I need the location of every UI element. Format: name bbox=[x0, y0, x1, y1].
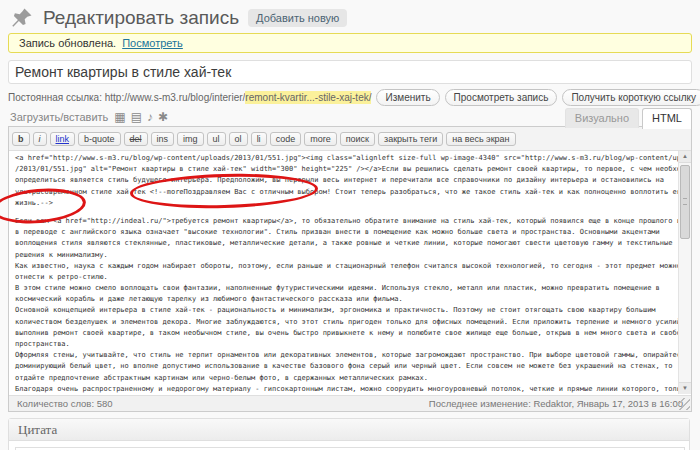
view-post-link[interactable]: Посмотреть bbox=[122, 37, 183, 49]
quicktags-toolbar: bilinkb-quotedelinsimgulollicodemoreпоис… bbox=[9, 127, 691, 151]
editor-line: Как известно, наука с каждым годом набир… bbox=[15, 262, 674, 273]
qt-button-link[interactable]: link bbox=[50, 132, 76, 146]
qt-button-ol[interactable]: ol bbox=[229, 132, 248, 146]
qt-button-li[interactable]: li bbox=[251, 132, 267, 146]
permalink-row: Постоянная ссылка: http://www.s-m3.ru/bl… bbox=[8, 89, 700, 106]
qt-button-b-quote[interactable]: b-quote bbox=[78, 132, 121, 146]
tab-visual[interactable]: Визуально bbox=[565, 108, 639, 128]
word-count-label: Количество слов: bbox=[17, 398, 94, 409]
post-title-input[interactable] bbox=[8, 60, 692, 84]
page-header: Редактировать запись Добавить новую bbox=[10, 6, 347, 30]
excerpt-title[interactable]: Цитата bbox=[9, 419, 689, 441]
resize-grip-icon[interactable] bbox=[678, 398, 690, 410]
get-shortlink-button[interactable]: Получить короткую ссылку bbox=[562, 89, 700, 106]
page-title: Редактировать запись bbox=[43, 7, 239, 29]
preview-post-button[interactable]: Просмотреть запись bbox=[445, 89, 558, 106]
editor-line: ультрасовременном стиле хай-тек <!--more… bbox=[15, 188, 674, 199]
permalink-label: Постоянная ссылка: bbox=[8, 92, 102, 103]
editor-line: отдайте предпочтение абстрактным картина… bbox=[15, 374, 674, 385]
editor-line: отнести к ретро-стилю. bbox=[15, 273, 674, 284]
scroll-up-icon[interactable]: ▲ bbox=[679, 151, 691, 163]
editor-line: пространства. bbox=[15, 340, 674, 351]
qt-button-ul[interactable]: ul bbox=[207, 132, 226, 146]
update-notice: Запись обновлена. Посмотреть bbox=[8, 33, 692, 53]
editor-line: воплощения стиля являются стеклянные, пл… bbox=[15, 239, 674, 250]
editor-line: <a href="http://www.s-m3.ru/blog/wp-cont… bbox=[15, 154, 674, 165]
editor-line: Если вам <a href="http://indeal.ru/">тре… bbox=[15, 217, 674, 228]
qt-button-more[interactable]: more bbox=[304, 132, 337, 146]
editor-line: жизнь.--> bbox=[15, 199, 674, 210]
editor-line: В этом стиле можно смело воплощать свои … bbox=[15, 284, 674, 295]
editor-line: Основной концепцией интерьера в стиле ха… bbox=[15, 306, 674, 317]
pushpin-icon bbox=[10, 6, 34, 30]
qt-button-закрыть-теги[interactable]: закрыть теги bbox=[378, 132, 443, 146]
excerpt-panel: Цитата bbox=[8, 418, 690, 450]
upload-insert-row: Загрузить/вставить ▦▤♪✱ bbox=[10, 111, 168, 123]
editor-line: космический корабль и даже летающую таре… bbox=[15, 295, 674, 306]
scroll-down-icon[interactable]: ▼ bbox=[679, 382, 691, 394]
permalink-slug[interactable]: remont-kvartir...-stile-xaj-tek/ bbox=[245, 91, 371, 104]
add-audio-icon[interactable]: ♪ bbox=[147, 111, 153, 123]
editor-tabs: Визуально HTML bbox=[565, 107, 692, 128]
editor-line: решения к минимализму. bbox=[15, 251, 674, 262]
notice-text: Запись обновлена. bbox=[19, 37, 116, 49]
add-media-icon[interactable]: ✱ bbox=[158, 111, 168, 123]
word-count-value: 580 bbox=[97, 398, 113, 409]
editor-line: количеством безделушек и элементов декор… bbox=[15, 318, 674, 329]
editor-line bbox=[15, 210, 674, 217]
tab-html[interactable]: HTML bbox=[642, 108, 692, 129]
editor-line: Благодаря очень распространенному и недо… bbox=[15, 385, 674, 394]
edit-post-page: Редактировать запись Добавить новую Запи… bbox=[0, 0, 700, 450]
editor-line: /2013/01/551.jpg" alt="Ремонт квартиры в… bbox=[15, 165, 674, 176]
permalink-url: http://www.s-m3.ru/blog/interier/ bbox=[105, 92, 246, 103]
add-image-icon[interactable]: ▦ bbox=[114, 111, 125, 123]
qt-button-b[interactable]: b bbox=[12, 132, 30, 146]
media-buttons: ▦▤♪✱ bbox=[114, 111, 168, 123]
editor-scrollbar[interactable]: ▲ ▼ bbox=[678, 151, 691, 394]
html-editor: bilinkb-quotedelinsimgulollicodemoreпоис… bbox=[8, 126, 692, 412]
editor-line: выполнив ремонт своей квартире, в таком … bbox=[15, 329, 674, 340]
editor-line: Оформляя стены, учитывайте, что стиль не… bbox=[15, 351, 674, 362]
qt-button-поиск[interactable]: поиск bbox=[340, 132, 375, 146]
word-count: Количество слов: 580 bbox=[17, 398, 113, 409]
editor-status-bar: Количество слов: 580 Последнее изменение… bbox=[9, 395, 691, 411]
last-edited: Последнее изменение: Redaktor, Январь 17… bbox=[429, 398, 683, 409]
scrollbar-thumb[interactable] bbox=[680, 165, 690, 239]
edit-permalink-button[interactable]: Изменить bbox=[376, 89, 439, 106]
upload-insert-label: Загрузить/вставить bbox=[10, 111, 108, 123]
qt-button-i[interactable]: i bbox=[33, 132, 47, 146]
qt-button-на-весь-экран[interactable]: на весь экран bbox=[446, 132, 515, 146]
editor-line: в переводе с английского языка означает … bbox=[15, 228, 674, 239]
add-video-icon[interactable]: ▤ bbox=[131, 111, 142, 123]
qt-button-del[interactable]: del bbox=[124, 132, 148, 146]
qt-button-ins[interactable]: ins bbox=[151, 132, 175, 146]
editor-line: определиться является стиль будущего инт… bbox=[15, 176, 674, 187]
add-new-button[interactable]: Добавить новую bbox=[248, 9, 347, 27]
editor-line: доминирующий белый цвет, но вполне допус… bbox=[15, 362, 674, 373]
editor-content[interactable]: <a href="http://www.s-m3.ru/blog/wp-cont… bbox=[9, 151, 678, 394]
qt-button-img[interactable]: img bbox=[177, 132, 204, 146]
qt-button-code[interactable]: code bbox=[270, 132, 302, 146]
